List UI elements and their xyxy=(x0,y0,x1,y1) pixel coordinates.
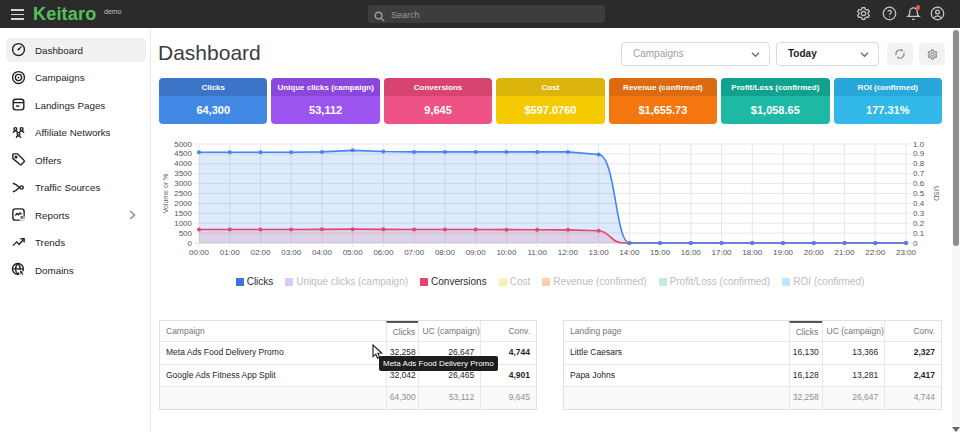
svg-text:0.5: 0.5 xyxy=(913,189,925,198)
svg-text:4000: 4000 xyxy=(174,159,192,168)
svg-text:20:00: 20:00 xyxy=(804,248,825,257)
svg-text:16:00: 16:00 xyxy=(681,248,702,257)
svg-text:3000: 3000 xyxy=(174,179,192,188)
svg-text:21:00: 21:00 xyxy=(835,248,856,257)
svg-text:02:00: 02:00 xyxy=(250,248,271,257)
svg-text:5000: 5000 xyxy=(174,140,192,149)
svg-text:0.7: 0.7 xyxy=(913,169,925,178)
svg-text:13:00: 13:00 xyxy=(589,248,610,257)
svg-text:05:00: 05:00 xyxy=(343,248,364,257)
svg-text:14:00: 14:00 xyxy=(619,248,640,257)
svg-text:0: 0 xyxy=(913,239,918,248)
svg-text:06:00: 06:00 xyxy=(373,248,394,257)
svg-text:12:00: 12:00 xyxy=(558,248,579,257)
svg-text:11:00: 11:00 xyxy=(527,248,547,257)
svg-text:0.4: 0.4 xyxy=(913,199,925,208)
svg-text:Volume or %: Volume or % xyxy=(162,174,169,214)
svg-text:19:00: 19:00 xyxy=(773,248,794,257)
svg-text:22:00: 22:00 xyxy=(865,248,886,257)
svg-text:4500: 4500 xyxy=(174,149,192,158)
svg-text:17:00: 17:00 xyxy=(712,248,733,257)
svg-text:2500: 2500 xyxy=(174,189,192,198)
svg-text:0: 0 xyxy=(188,239,193,248)
svg-text:1500: 1500 xyxy=(174,209,192,218)
svg-text:0.1: 0.1 xyxy=(913,229,925,238)
svg-text:1.0: 1.0 xyxy=(913,140,925,149)
svg-text:2000: 2000 xyxy=(174,199,192,208)
svg-text:07:00: 07:00 xyxy=(404,248,425,257)
svg-text:0.3: 0.3 xyxy=(913,209,925,218)
svg-text:0.9: 0.9 xyxy=(913,149,925,158)
svg-text:15:00: 15:00 xyxy=(650,248,671,257)
svg-text:23:00: 23:00 xyxy=(896,248,917,257)
svg-text:10:00: 10:00 xyxy=(496,248,517,257)
svg-text:09:00: 09:00 xyxy=(466,248,487,257)
svg-text:USD: USD xyxy=(933,186,940,201)
svg-text:03:00: 03:00 xyxy=(281,248,302,257)
svg-text:0.8: 0.8 xyxy=(913,159,925,168)
svg-text:00:00: 00:00 xyxy=(189,248,210,257)
svg-text:01:00: 01:00 xyxy=(220,248,241,257)
svg-text:08:00: 08:00 xyxy=(435,248,456,257)
svg-text:500: 500 xyxy=(179,229,193,238)
svg-text:3500: 3500 xyxy=(174,169,192,178)
svg-text:0.2: 0.2 xyxy=(913,219,925,228)
svg-text:04:00: 04:00 xyxy=(312,248,333,257)
svg-text:0.6: 0.6 xyxy=(913,179,925,188)
svg-text:1000: 1000 xyxy=(174,219,192,228)
svg-text:18:00: 18:00 xyxy=(742,248,763,257)
